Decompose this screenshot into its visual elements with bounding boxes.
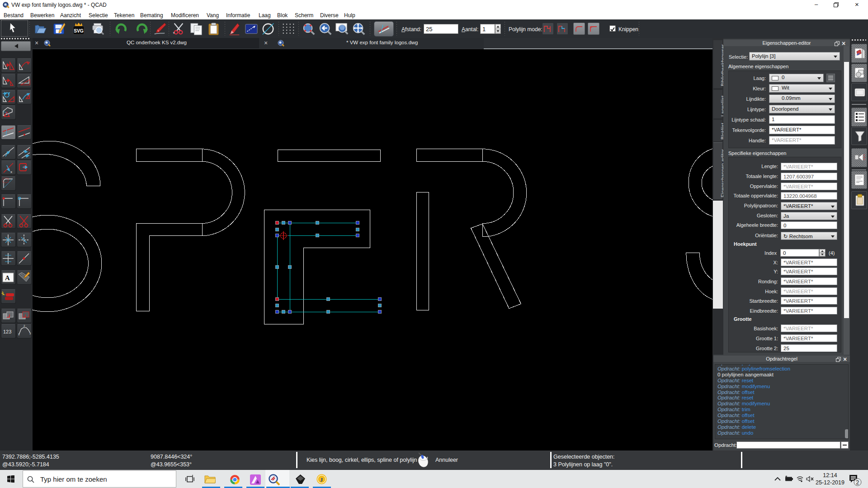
svg-text:2: 2 (856, 479, 859, 486)
svg-text:SVG: SVG (74, 28, 84, 33)
svg-text:J: J (320, 477, 323, 483)
svg-text:+: + (173, 31, 175, 35)
svg-text:2: 2 (24, 324, 25, 327)
svg-text:3: 3 (29, 332, 31, 335)
svg-text:123: 123 (3, 329, 11, 334)
svg-text:x: x (10, 170, 12, 174)
svg-text:A: A (5, 274, 10, 282)
